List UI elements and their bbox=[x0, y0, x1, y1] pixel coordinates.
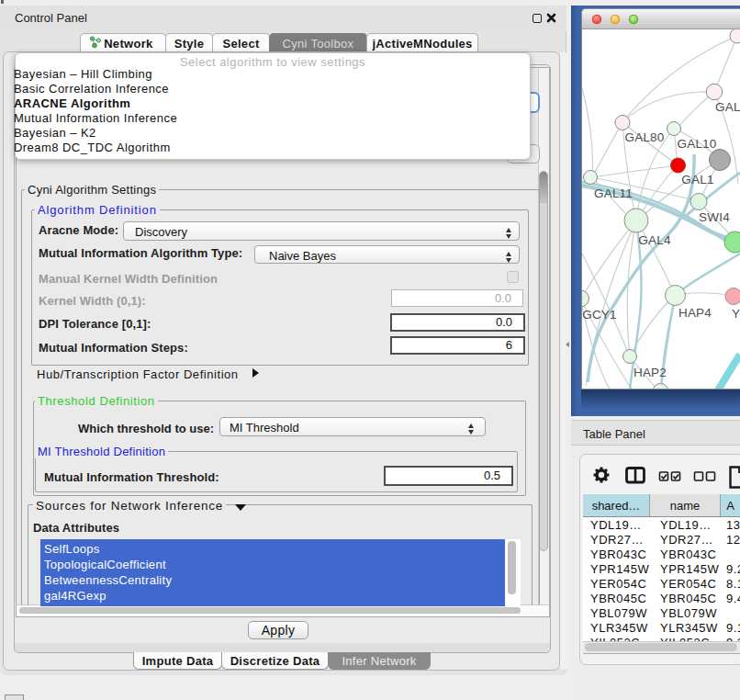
svg-text:GAL10: GAL10 bbox=[677, 137, 716, 151]
svg-text:HAP2: HAP2 bbox=[633, 366, 667, 379]
svg-text:GAL80: GAL80 bbox=[624, 130, 664, 144]
svg-text:GCY1: GCY1 bbox=[582, 308, 617, 322]
svg-text:GAL11: GAL11 bbox=[594, 186, 633, 200]
svg-text:GAL1: GAL1 bbox=[681, 173, 713, 186]
svg-text:GAL4: GAL4 bbox=[638, 233, 671, 247]
svg-text:Y: Y bbox=[732, 307, 740, 321]
svg-text:GAL7: GAL7 bbox=[715, 100, 740, 114]
svg-text:SWI4: SWI4 bbox=[699, 210, 730, 224]
svg-text:HAP4: HAP4 bbox=[678, 306, 712, 320]
